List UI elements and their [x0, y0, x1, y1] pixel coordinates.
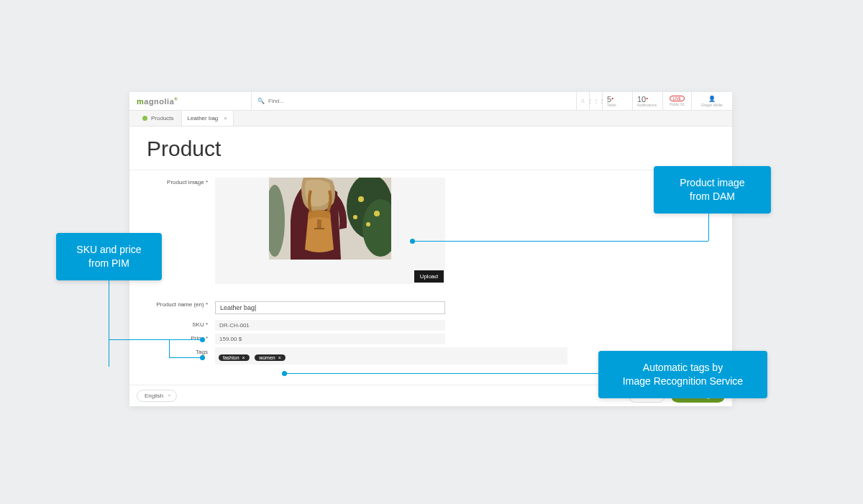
connector-dot [200, 337, 205, 342]
notifications-indicator[interactable]: 10• Notifications [633, 92, 663, 110]
svg-point-3 [358, 196, 364, 202]
user-menu[interactable]: 👤 Gregor Müller [692, 92, 732, 110]
tab-bar: Products Leather bag × [129, 111, 732, 127]
product-name-input[interactable] [215, 301, 445, 314]
live-sublabel: Public 01 [670, 102, 685, 106]
divider [129, 170, 732, 170]
connector [708, 211, 709, 241]
callout-line: from DAM [667, 190, 758, 203]
connector [169, 339, 170, 358]
search-bar[interactable]: 🔍 [252, 92, 577, 110]
search-icon: 🔍 [257, 98, 265, 104]
label-tags: Tags [147, 347, 215, 355]
tab-products-label: Products [151, 115, 174, 122]
notif-count: 10 [637, 95, 646, 104]
connector [284, 373, 557, 374]
connector [109, 279, 109, 367]
live-status[interactable]: LIVE Public 01 [663, 92, 692, 110]
callout-line: Image Recognition Service [611, 375, 754, 388]
apps-icon[interactable]: ⋮⋮⋮ [590, 92, 603, 110]
user-icon: 👤 [708, 96, 716, 102]
label-product-image: Product image * [147, 178, 215, 185]
logo-reg: ® [174, 97, 178, 101]
connector-dot [200, 355, 205, 360]
callout-line: SKU and price [69, 243, 149, 257]
callout-sku-price: SKU and price from PIM [56, 233, 162, 280]
logo: magnolia® [129, 92, 252, 110]
row-product-image: Product image * [147, 178, 715, 284]
connector [412, 241, 708, 242]
app-header: magnolia® 🔍 ⎍ ⋮⋮⋮ 5• Tasks 10• Notificat… [129, 92, 732, 111]
connector [169, 357, 202, 358]
tab-open-label: Leather bag [188, 115, 219, 122]
tag-chip[interactable]: fashion × [219, 354, 250, 361]
row-product-name: Product name (en) * [147, 300, 715, 314]
live-pill: LIVE [670, 96, 685, 101]
tasks-indicator[interactable]: 5• Tasks [603, 92, 633, 110]
logo-rest: agnolia [144, 97, 174, 106]
connector-dot [410, 239, 415, 244]
label-sku: SKU * [147, 320, 215, 328]
upload-button[interactable]: Upload [414, 270, 444, 283]
tab-leather-bag[interactable]: Leather bag × [181, 111, 234, 126]
language-dropdown[interactable]: English [137, 390, 177, 402]
sku-value: DR-CH-001 [215, 320, 445, 331]
callout-auto-tags: Automatic tags by Image Recognition Serv… [598, 351, 767, 398]
page-title: Product [147, 137, 715, 161]
product-image-thumbnail [269, 178, 391, 260]
tag-remove-icon[interactable]: × [278, 355, 281, 360]
callout-line: from PIM [69, 257, 149, 270]
callout-line: Automatic tags by [611, 361, 754, 375]
image-drop-area[interactable]: Upload [215, 178, 445, 284]
label-product-name: Product name (en) * [147, 300, 215, 308]
svg-rect-8 [317, 219, 321, 229]
user-name: Gregor Müller [701, 103, 723, 107]
price-value: 159.00 $ [215, 334, 445, 344]
svg-point-4 [374, 211, 380, 216]
row-price: Price * 159.00 $ [147, 334, 715, 344]
close-icon[interactable]: × [224, 115, 227, 122]
tag-label: fashion [223, 355, 239, 360]
page-body: Product Product image * [129, 127, 732, 365]
svg-point-6 [353, 215, 357, 219]
connector [109, 339, 169, 340]
tag-label: women [259, 355, 275, 360]
logo-letter: m [137, 97, 144, 106]
search-input[interactable] [268, 98, 570, 104]
tag-chip[interactable]: women × [255, 354, 286, 361]
callout-product-image: Product image from DAM [654, 166, 771, 214]
svg-rect-9 [314, 228, 324, 229]
connector-dot [282, 371, 287, 376]
row-sku: SKU * DR-CH-001 [147, 320, 715, 331]
tag-remove-icon[interactable]: × [242, 355, 245, 360]
svg-point-5 [366, 222, 370, 226]
notif-label: Notifications [637, 104, 657, 107]
tab-products[interactable]: Products [135, 111, 181, 126]
callout-line: Product image [667, 176, 758, 190]
connector [557, 373, 558, 374]
connector [557, 373, 598, 374]
app-dot-icon [142, 116, 147, 121]
connector [169, 339, 202, 340]
tasks-label: Tasks [607, 104, 616, 107]
